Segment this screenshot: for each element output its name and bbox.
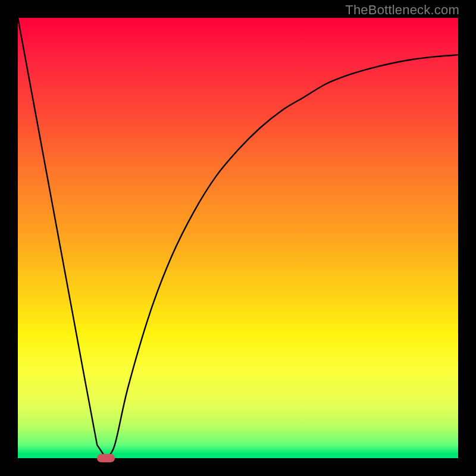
chart-frame: TheBottleneck.com bbox=[0, 0, 476, 476]
optimal-marker bbox=[97, 454, 115, 462]
bottleneck-curve bbox=[18, 18, 458, 458]
watermark-text: TheBottleneck.com bbox=[345, 2, 459, 18]
plot-area bbox=[18, 18, 458, 458]
